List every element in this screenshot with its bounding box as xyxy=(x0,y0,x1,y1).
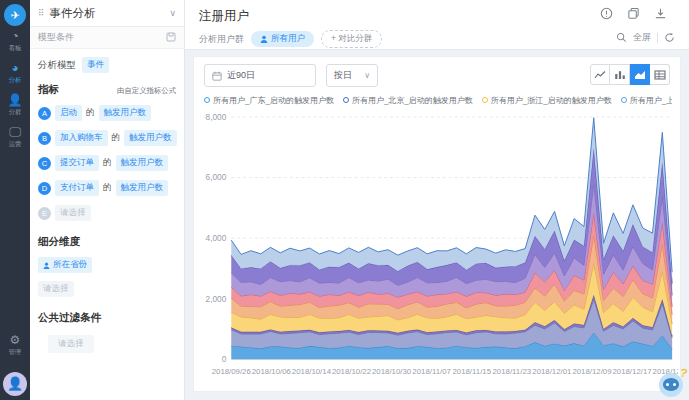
filters-title: 公共过滤条件 xyxy=(38,311,176,325)
sidebar-item-segments[interactable]: 👤 分群 xyxy=(0,94,30,117)
nav-rail: ✈ ◔ 看板 ◕ 分析 👤 分群 🖵 运营 ⚙ 管理 👤 xyxy=(0,0,30,400)
main-area: 注册用户 分析用户群 所有用户 + 对比分群 全屏 xyxy=(185,0,689,400)
legend-item[interactable]: 所有用户_上海_启动的触发用户数 xyxy=(621,95,672,106)
calendar-icon xyxy=(212,71,222,81)
legend-item[interactable]: 所有用户_北京_启动的触发用户数 xyxy=(343,95,473,106)
date-range-picker[interactable]: 近90日 xyxy=(204,64,316,87)
info-circle-icon[interactable] xyxy=(600,7,613,20)
event-tag[interactable]: 加入购物车 xyxy=(55,130,108,146)
event-tag[interactable]: 提交订单 xyxy=(55,155,99,171)
svg-text:2018/10/30: 2018/10/30 xyxy=(372,367,412,376)
bar-chart-button[interactable] xyxy=(610,64,630,85)
add-metric-placeholder[interactable]: 请选择 xyxy=(55,205,91,221)
measure-tag[interactable]: 触发用户数 xyxy=(124,130,177,146)
svg-text:2018/11/07: 2018/11/07 xyxy=(412,367,451,376)
download-icon[interactable] xyxy=(654,7,667,20)
refresh-icon[interactable] xyxy=(664,32,675,43)
user-icon: 👤 xyxy=(0,94,30,107)
panel-title: 事件分析 xyxy=(50,6,170,21)
compare-segment-button[interactable]: + 对比分群 xyxy=(321,30,382,48)
event-tag[interactable]: 启动 xyxy=(55,105,82,121)
save-icon[interactable] xyxy=(166,32,176,44)
svg-text:2018/10/22: 2018/10/22 xyxy=(332,367,371,376)
metric-row: C 提交订单 的 触发用户数 xyxy=(38,155,176,171)
metric-badge: B xyxy=(38,132,51,145)
config-panel: ⠿ 事件分析 ∨ 模型条件 分析模型 事件 指标 由自定义指标公式 A 启动 的 xyxy=(30,0,185,400)
board-icon: 🖵 xyxy=(0,126,30,139)
svg-text:2,000: 2,000 xyxy=(206,294,227,304)
dashboard-icon: ◔ xyxy=(0,30,30,43)
copy-icon[interactable] xyxy=(627,7,640,20)
svg-text:2018/11/15: 2018/11/15 xyxy=(452,367,491,376)
svg-text:6,000: 6,000 xyxy=(206,172,227,182)
measure-tag[interactable]: 触发用户数 xyxy=(99,105,152,121)
fullscreen-button[interactable]: 全屏 xyxy=(633,31,651,44)
chart-type-toggle xyxy=(590,64,670,85)
avatar[interactable]: 👤 xyxy=(3,372,27,396)
measure-tag[interactable]: 触发用户数 xyxy=(116,155,169,171)
metric-badge: E xyxy=(38,207,51,220)
dimension-title: 细分维度 xyxy=(38,235,176,249)
app-root: ✈ ◔ 看板 ◕ 分析 👤 分群 🖵 运营 ⚙ 管理 👤 ⠿ 事件分析 ∨ xyxy=(0,0,689,400)
svg-text:2018/12/01: 2018/12/01 xyxy=(532,367,571,376)
svg-text:2018/09/26: 2018/09/26 xyxy=(212,367,252,376)
model-label: 分析模型 xyxy=(38,59,76,72)
legend-marker xyxy=(482,97,488,103)
metric-row: A 启动 的 触发用户数 xyxy=(38,105,176,121)
add-dimension-placeholder[interactable]: 请选择 xyxy=(38,281,74,297)
measure-tag[interactable]: 触发用户数 xyxy=(116,180,169,196)
metric-row-empty: E 请选择 xyxy=(38,205,176,221)
sidebar-item-manage[interactable]: ⚙ 管理 xyxy=(0,334,30,357)
gear-icon: ⚙ xyxy=(0,334,30,347)
metric-row: D 支付订单 的 触发用户数 xyxy=(38,180,176,196)
svg-text:2018/12/09: 2018/12/09 xyxy=(572,367,611,376)
chart-card: 近90日 按日 ∨ xyxy=(193,56,681,392)
user-icon xyxy=(260,35,268,43)
analyze-group-label: 分析用户群 xyxy=(199,33,244,46)
svg-text:4,000: 4,000 xyxy=(206,233,227,243)
main-header: 注册用户 分析用户群 所有用户 + 对比分群 全屏 xyxy=(185,0,689,50)
legend-item[interactable]: 所有用户_浙江_启动的触发用户数 xyxy=(482,95,612,106)
svg-text:2018/12/17: 2018/12/17 xyxy=(612,367,651,376)
chart-canvas: 02,0004,0006,0008,0002018/09/262018/10/0… xyxy=(196,109,678,389)
legend-marker xyxy=(204,97,210,103)
event-tag[interactable]: 支付订单 xyxy=(55,180,99,196)
all-users-tag[interactable]: 所有用户 xyxy=(251,31,314,47)
custom-formula-link[interactable]: 由自定义指标公式 xyxy=(117,85,176,95)
metric-row: B 加入购物车 的 触发用户数 xyxy=(38,130,176,146)
sidebar-item-operations[interactable]: 🖵 运营 xyxy=(0,126,30,149)
add-filter-placeholder[interactable]: 请选择 xyxy=(48,335,94,353)
legend-marker xyxy=(621,97,627,103)
chevron-down-icon: ∨ xyxy=(364,71,370,80)
line-chart-button[interactable] xyxy=(590,64,610,85)
model-type-tag[interactable]: 事件 xyxy=(82,57,109,73)
model-condition-bar: 模型条件 xyxy=(30,27,184,49)
assistant-mascot[interactable]: ? xyxy=(657,368,687,398)
sidebar-item-dashboards[interactable]: ◔ 看板 xyxy=(0,30,30,53)
dimension-tag[interactable]: 所在省份 xyxy=(38,257,92,273)
legend-marker xyxy=(343,97,349,103)
chart-legend: 所有用户_广东_启动的触发用户数 所有用户_北京_启动的触发用户数 所有用户_浙… xyxy=(204,93,672,107)
zoom-icon[interactable] xyxy=(616,32,627,43)
svg-text:2018/11/23: 2018/11/23 xyxy=(493,367,532,376)
svg-text:8,000: 8,000 xyxy=(206,112,227,122)
metric-badge: C xyxy=(38,157,51,170)
granularity-select[interactable]: 按日 ∨ xyxy=(326,64,378,87)
metrics-title: 指标 xyxy=(38,83,59,97)
grid-icon: ⠿ xyxy=(38,8,45,18)
app-logo-icon[interactable]: ✈ xyxy=(4,4,26,26)
panel-header: ⠿ 事件分析 ∨ xyxy=(30,0,184,27)
legend-item[interactable]: 所有用户_广东_启动的触发用户数 xyxy=(204,95,334,106)
sidebar-item-analysis[interactable]: ◕ 分析 xyxy=(0,62,30,85)
metric-badge: A xyxy=(38,107,51,120)
svg-text:2018/10/14: 2018/10/14 xyxy=(292,367,332,376)
page-title: 注册用户 xyxy=(199,8,249,25)
user-icon xyxy=(43,262,50,269)
stacked-area-chart[interactable]: 02,0004,0006,0008,0002018/09/262018/10/0… xyxy=(196,109,678,389)
chevron-down-icon[interactable]: ∨ xyxy=(169,8,176,18)
svg-text:2018/10/06: 2018/10/06 xyxy=(252,367,292,376)
area-chart-button[interactable] xyxy=(630,64,650,85)
metric-badge: D xyxy=(38,182,51,195)
pie-chart-icon: ◕ xyxy=(0,62,30,75)
table-view-button[interactable] xyxy=(650,64,670,85)
